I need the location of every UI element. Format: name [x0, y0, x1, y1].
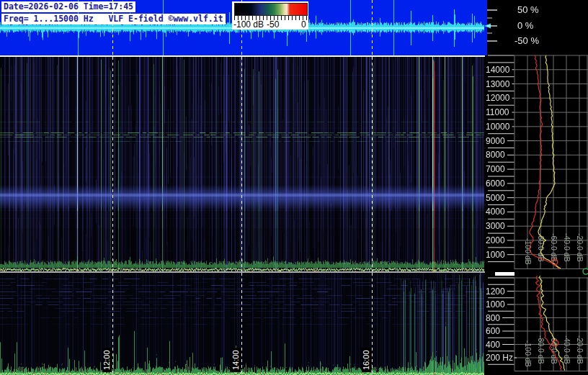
- colorbar-label-min: -100 dB: [233, 19, 264, 30]
- colorbar-gradient: [234, 3, 308, 16]
- spectrum-traces-svg: [0, 0, 588, 375]
- freq-range-overlay: Freq= 1...15000 Hz VLF E-field ©www.vlf.…: [1, 14, 226, 24]
- colorbar: -100 dB -50 0: [232, 1, 308, 30]
- time-tick-label-1200: 12:00: [102, 348, 112, 372]
- date-time-overlay: Date=2026-02-06 Time=17:45: [1, 1, 135, 12]
- vlf-monitor-screen: Date=2026-02-06 Time=17:45 Freq= 1...150…: [0, 0, 588, 375]
- colorbar-label-mid: -50: [267, 19, 279, 30]
- colorbar-label-max: 0: [301, 19, 306, 30]
- time-tick-label-1400: 14:00: [231, 348, 241, 372]
- time-tick-label-1600: 16:00: [362, 348, 371, 372]
